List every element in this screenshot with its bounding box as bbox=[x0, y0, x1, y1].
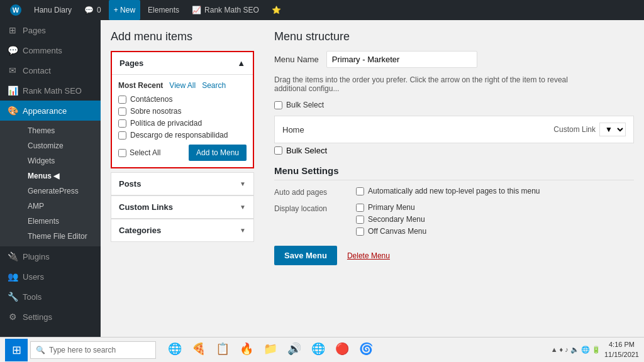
page-item-politica[interactable]: Política de privacidad bbox=[118, 119, 247, 128]
pages-collapse-arrow: ▲ bbox=[237, 58, 245, 68]
site-name-button[interactable]: Hanu Diary bbox=[29, 0, 77, 20]
sidebar-item-rankmath[interactable]: 📊 Rank Math SEO bbox=[0, 80, 101, 101]
appearance-icon: 🎨 bbox=[8, 106, 18, 116]
categories-accordion-header[interactable]: Categories ▼ bbox=[111, 219, 253, 241]
bulk-select-checkbox-1[interactable] bbox=[274, 101, 282, 109]
sidebar-item-settings[interactable]: ⚙ Settings bbox=[0, 307, 101, 327]
page-item-sobre[interactable]: Sobre nosotras bbox=[118, 107, 247, 116]
menu-item-home: Home Custom Link ▼ bbox=[274, 116, 634, 143]
sidebar-item-contact[interactable]: ✉ Contact bbox=[0, 60, 101, 80]
sidebar-sub-menus[interactable]: Menus ◀ bbox=[23, 168, 101, 184]
admin-bar: W Hanu Diary 💬 0 + New Elements 📈 Rank M… bbox=[0, 0, 644, 20]
page-item-descargo[interactable]: Descargo de responsabilidad bbox=[118, 131, 247, 140]
pages-footer: Select All Add to Menu bbox=[118, 145, 247, 161]
sidebar-item-pages[interactable]: ⊞ Pages bbox=[0, 20, 101, 40]
taskbar-app-3[interactable]: 📋 bbox=[211, 339, 234, 361]
rankmath-button[interactable]: 📈 Rank Math SEO bbox=[187, 0, 264, 20]
add-to-menu-button[interactable]: Add to Menu bbox=[189, 145, 247, 161]
auto-add-options: Automatically add new top-level pages to… bbox=[356, 187, 540, 195]
custom-links-accordion-header[interactable]: Custom Links ▼ bbox=[111, 195, 253, 218]
categories-accordion: Categories ▼ bbox=[111, 219, 254, 242]
location-secondary-label: Secondary Menu bbox=[368, 215, 425, 224]
posts-accordion-header[interactable]: Posts ▼ bbox=[111, 172, 253, 195]
sidebar-item-comments[interactable]: 💬 Comments bbox=[0, 40, 101, 60]
sidebar-item-plugins[interactable]: 🔌 Plugins bbox=[0, 246, 101, 266]
menu-item-type-label: Custom Link bbox=[553, 125, 596, 134]
taskbar-app-4[interactable]: 🔥 bbox=[235, 339, 258, 361]
elements-button[interactable]: Elements bbox=[143, 0, 184, 20]
sidebar-label-contact: Contact bbox=[23, 66, 51, 75]
sidebar-item-users[interactable]: 👥 Users bbox=[0, 266, 101, 287]
location-offcanvas[interactable]: Off Canvas Menu bbox=[356, 227, 426, 236]
users-icon: 👥 bbox=[8, 272, 18, 282]
taskbar-app-7[interactable]: 🌐 bbox=[307, 339, 330, 361]
location-secondary-checkbox[interactable] bbox=[356, 216, 364, 224]
wp-logo-icon: W bbox=[10, 4, 21, 16]
sidebar-sub-amp[interactable]: AMP bbox=[23, 199, 101, 214]
comments-button[interactable]: 💬 0 bbox=[79, 0, 106, 20]
pages-tab-most-recent[interactable]: Most Recent bbox=[118, 81, 163, 90]
auto-add-checkbox[interactable] bbox=[356, 187, 364, 195]
menu-name-input[interactable] bbox=[326, 51, 477, 68]
add-menu-title: Add menu items bbox=[111, 30, 254, 43]
bulk-select-row-2: Bulk Select bbox=[274, 146, 634, 155]
page-checkbox-contactenos[interactable] bbox=[118, 96, 126, 104]
search-placeholder: Type here to search bbox=[49, 346, 116, 354]
bulk-select-checkbox-2[interactable] bbox=[274, 146, 282, 155]
select-all-checkbox[interactable] bbox=[118, 149, 126, 157]
taskbar-app-1[interactable]: 🌐 bbox=[164, 339, 186, 361]
sidebar-label-comments: Comments bbox=[23, 46, 62, 55]
taskbar-app-9[interactable]: 🌀 bbox=[355, 339, 377, 361]
save-menu-button[interactable]: Save Menu bbox=[274, 246, 337, 265]
page-label-descargo: Descargo de responsabilidad bbox=[130, 131, 228, 140]
location-secondary[interactable]: Secondary Menu bbox=[356, 215, 426, 224]
pages-accordion: Pages ▲ Most Recent View All Search Cont… bbox=[111, 51, 254, 168]
location-primary[interactable]: Primary Menu bbox=[356, 203, 426, 212]
sidebar-sub-themes[interactable]: Themes bbox=[23, 123, 101, 138]
sidebar-sub-widgets[interactable]: Widgets bbox=[23, 153, 101, 168]
rankmath-label: Rank Math SEO bbox=[204, 6, 259, 14]
pages-tab-search[interactable]: Search bbox=[202, 81, 226, 90]
sidebar-sub-generatepress[interactable]: GeneratePress bbox=[23, 184, 101, 199]
sidebar-sub-elements[interactable]: Elements bbox=[23, 214, 101, 229]
menu-item-type: Custom Link ▼ bbox=[553, 123, 626, 136]
start-button[interactable]: ⊞ bbox=[5, 339, 28, 361]
auto-add-option[interactable]: Automatically add new top-level pages to… bbox=[356, 187, 540, 195]
taskbar-app-5[interactable]: 📁 bbox=[259, 339, 282, 361]
page-checkbox-politica[interactable] bbox=[118, 119, 126, 128]
starred-button[interactable]: ⭐ bbox=[267, 0, 286, 20]
page-content: Add menu items Pages ▲ Most Recent View … bbox=[101, 20, 644, 337]
delete-menu-link[interactable]: Delete Menu bbox=[347, 251, 390, 260]
custom-links-arrow: ▼ bbox=[240, 204, 246, 211]
pages-tabs: Most Recent View All Search bbox=[118, 81, 247, 90]
wp-logo-button[interactable]: W bbox=[5, 0, 26, 20]
menu-item-type-select[interactable]: ▼ bbox=[599, 123, 626, 136]
new-content-button[interactable]: + New bbox=[109, 0, 140, 20]
save-delete-row: Save Menu Delete Menu bbox=[274, 246, 634, 265]
menu-structure-panel: Menu structure Menu Name Drag the items … bbox=[264, 20, 644, 337]
drag-hint: Drag the items into the order you prefer… bbox=[274, 75, 589, 93]
page-label-sobre: Sobre nosotras bbox=[130, 107, 181, 116]
auto-add-option-text: Automatically add new top-level pages to… bbox=[368, 187, 540, 195]
taskbar-app-2[interactable]: 🍕 bbox=[187, 339, 210, 361]
pages-tab-view-all[interactable]: View All bbox=[169, 81, 196, 90]
taskbar-app-6[interactable]: 🔊 bbox=[283, 339, 306, 361]
page-item-contactenos[interactable]: Contáctenos bbox=[118, 95, 247, 104]
sidebar-item-appearance[interactable]: 🎨 Appearance bbox=[0, 101, 101, 121]
pages-accordion-header[interactable]: Pages ▲ bbox=[112, 52, 253, 74]
sidebar-sub-customize[interactable]: Customize bbox=[23, 138, 101, 153]
select-all-label[interactable]: Select All bbox=[118, 148, 160, 157]
page-label-contactenos: Contáctenos bbox=[130, 95, 172, 104]
page-checkbox-descargo[interactable] bbox=[118, 131, 126, 140]
location-primary-checkbox[interactable] bbox=[356, 204, 364, 212]
taskbar: ⊞ 🔍 Type here to search 🌐 🍕 📋 🔥 📁 🔊 🌐 🔴 … bbox=[0, 337, 644, 362]
taskbar-app-8[interactable]: 🔴 bbox=[331, 339, 353, 361]
location-offcanvas-label: Off Canvas Menu bbox=[368, 227, 426, 236]
sidebar-sub-theme-file-editor[interactable]: Theme File Editor bbox=[23, 229, 101, 244]
comments-icon: 💬 bbox=[8, 45, 18, 55]
location-offcanvas-checkbox[interactable] bbox=[356, 228, 364, 236]
site-name: Hanu Diary bbox=[34, 6, 72, 14]
page-checkbox-sobre[interactable] bbox=[118, 107, 126, 116]
sidebar-item-tools[interactable]: 🔧 Tools bbox=[0, 287, 101, 307]
taskbar-system-icons: ▲ ♦ ♪ 🔈 🌐 🔋 4:16 PM 11/15/2021 bbox=[551, 340, 639, 359]
